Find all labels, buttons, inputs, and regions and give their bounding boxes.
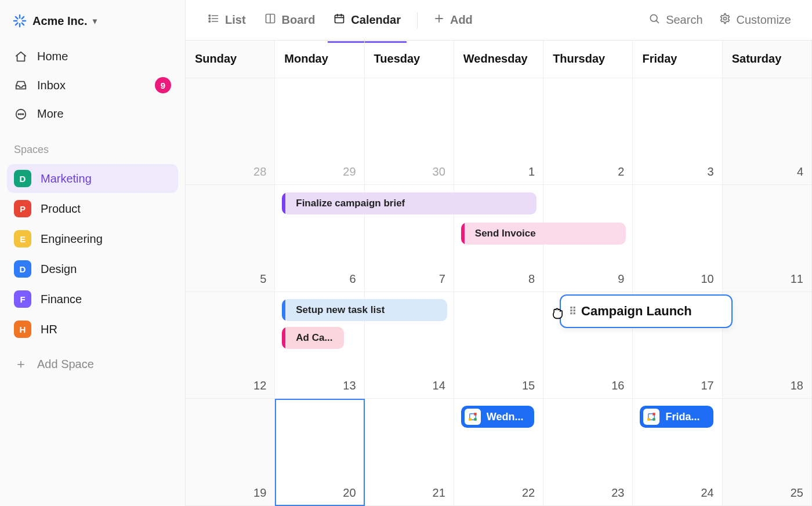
view-calendar[interactable]: Calendar: [325, 8, 409, 32]
event-finalize-campaign-brief[interactable]: Finalize campaign brief: [282, 192, 536, 214]
view-add-label: Add: [450, 13, 473, 27]
calendar-cell[interactable]: 1: [454, 78, 543, 185]
event-label: Ad Ca...: [296, 332, 332, 344]
spaces-heading: Spaces: [7, 128, 178, 163]
gcal-icon: [643, 409, 659, 425]
calendar-cell[interactable]: 19: [186, 399, 275, 506]
svg-line-6: [16, 23, 18, 26]
space-badge: D: [14, 170, 31, 187]
search-icon: [648, 13, 660, 27]
event-friday-recurring[interactable]: Frida...: [640, 406, 713, 428]
space-item-engineering[interactable]: EEngineering: [7, 224, 178, 253]
calendar-cell[interactable]: 23: [543, 399, 633, 506]
cell-date: 1: [528, 165, 535, 179]
calendar-cell[interactable]: 29: [275, 78, 364, 185]
cell-date: 12: [253, 379, 266, 392]
event-label: Finalize campaign brief: [296, 198, 405, 209]
stripe: [461, 223, 465, 245]
space-item-design[interactable]: DDesign: [7, 254, 178, 283]
space-label: Finance: [41, 293, 82, 306]
list-icon: [208, 13, 219, 27]
event-campaign-launch[interactable]: ⠿Campaign Launch: [560, 294, 733, 328]
event-wednesday-recurring[interactable]: Wedn...: [461, 406, 534, 428]
calendar-cell[interactable]: 25: [723, 399, 812, 506]
nav-inbox[interactable]: Inbox 9: [7, 70, 178, 100]
sidebar: Acme Inc. ▾ Home Inbox 9 More: [0, 0, 186, 506]
calendar-cell[interactable]: 15: [454, 292, 543, 399]
event-setup-new-task-list[interactable]: Setup new task list: [282, 299, 447, 321]
space-label: Marketing: [41, 172, 92, 185]
event-send-invoice[interactable]: Send Invoice: [461, 223, 626, 245]
calendar-cell[interactable]: 28: [186, 78, 275, 185]
cell-date: 4: [797, 165, 803, 179]
cell-date: 10: [701, 272, 713, 286]
workspace-switcher[interactable]: Acme Inc. ▾: [7, 10, 178, 39]
svg-rect-32: [469, 418, 472, 421]
calendar-cell[interactable]: 10: [633, 185, 722, 292]
nav-home-label: Home: [37, 50, 68, 63]
svg-line-4: [16, 17, 18, 19]
svg-point-16: [209, 18, 211, 20]
day-header: Thursday: [543, 41, 633, 78]
customize-button[interactable]: Customize: [712, 8, 798, 32]
view-calendar-label: Calendar: [351, 13, 401, 27]
cell-date: 19: [253, 486, 266, 500]
day-header: Saturday: [723, 41, 812, 78]
calendar-cell[interactable]: 4: [723, 78, 812, 185]
cell-date: 29: [343, 165, 356, 179]
stripe: [282, 299, 285, 321]
view-add[interactable]: Add: [426, 9, 481, 31]
cell-date: 30: [433, 165, 445, 179]
cell-date: 16: [611, 379, 624, 392]
add-space-label: Add Space: [37, 358, 94, 371]
cell-date: 18: [791, 379, 803, 392]
calendar-grid: SundayMondayTuesdayWednesdayThursdayFrid…: [186, 41, 812, 506]
svg-point-15: [209, 15, 211, 17]
calendar-cell[interactable]: 12: [186, 292, 275, 399]
nav-home[interactable]: Home: [7, 43, 178, 70]
stripe: [282, 327, 285, 349]
space-item-hr[interactable]: HHR: [7, 315, 178, 344]
calendar-cell[interactable]: 2: [543, 78, 633, 185]
calendar-cell[interactable]: 3: [633, 78, 722, 185]
event-ad-campaign[interactable]: Ad Ca...: [282, 327, 344, 349]
calendar-cell[interactable]: 11: [723, 185, 812, 292]
inbox-badge: 9: [155, 77, 171, 93]
view-board[interactable]: Board: [256, 8, 324, 32]
cell-date: 7: [439, 272, 445, 286]
search-label: Search: [666, 13, 702, 27]
day-header: Friday: [633, 41, 722, 78]
calendar-cell[interactable]: 30: [365, 78, 454, 185]
space-label: Product: [41, 202, 81, 216]
space-badge: F: [14, 290, 31, 308]
cell-date: 6: [349, 272, 356, 286]
event-label: Frida...: [665, 411, 699, 423]
cell-date: 20: [343, 486, 356, 500]
calendar-cell[interactable]: 5: [186, 185, 275, 292]
nav-more[interactable]: More: [7, 100, 178, 128]
svg-point-17: [209, 21, 211, 23]
svg-line-7: [22, 17, 24, 19]
space-item-finance[interactable]: FFinance: [7, 285, 178, 314]
cell-date: 15: [522, 379, 535, 392]
space-badge: H: [14, 321, 31, 338]
cell-date: 3: [708, 165, 714, 179]
cell-date: 8: [528, 272, 535, 286]
day-header: Tuesday: [365, 41, 454, 78]
add-space-button[interactable]: ＋ Add Space: [7, 348, 178, 380]
calendar-icon: [334, 13, 345, 27]
cell-date: 22: [522, 486, 535, 500]
drag-handle-icon[interactable]: ⠿: [569, 305, 575, 318]
space-badge: D: [14, 260, 31, 278]
event-label: Setup new task list: [296, 304, 385, 316]
plus-icon: [434, 13, 444, 27]
calendar-cell[interactable]: 21: [365, 399, 454, 506]
view-list[interactable]: List: [200, 8, 254, 32]
space-item-product[interactable]: PProduct: [7, 194, 178, 223]
calendar-cell[interactable]: 20: [275, 399, 364, 506]
nav-more-label: More: [37, 107, 64, 121]
svg-rect-20: [335, 15, 344, 23]
space-item-marketing[interactable]: DMarketing: [7, 164, 178, 193]
calendar-cell[interactable]: 18: [723, 292, 812, 399]
search-button[interactable]: Search: [641, 8, 709, 32]
